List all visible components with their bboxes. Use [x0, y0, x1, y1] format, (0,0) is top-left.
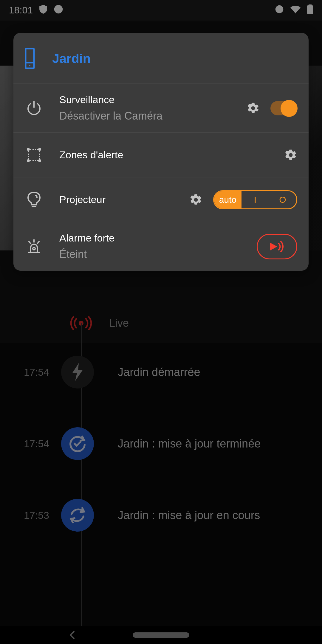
svg-rect-26 [39, 154, 40, 155]
surveillance-toggle[interactable] [270, 101, 297, 115]
sync-check-icon [61, 427, 94, 460]
svg-point-31 [33, 247, 35, 250]
event-label: Jardin démarrée [118, 366, 200, 379]
surveillance-row: Surveillance Désactiver la Caméra [13, 83, 309, 132]
svg-rect-28 [39, 158, 40, 160]
camera-settings-panel: Jardin Surveillance Désactiver la Caméra [13, 33, 309, 271]
status-bar: 18:01 [0, 0, 322, 21]
alert-zones-row[interactable]: Zones d'alerte [13, 132, 309, 177]
surveillance-settings-button[interactable] [247, 102, 260, 115]
event-time: 17:54 [0, 366, 49, 378]
projector-settings-button[interactable] [189, 193, 202, 206]
alert-zones-settings-button[interactable] [284, 148, 297, 162]
alert-zones-title: Zones d'alerte [59, 149, 284, 161]
svg-rect-16 [37, 149, 38, 150]
svg-point-8 [29, 65, 30, 66]
svg-rect-21 [28, 151, 29, 152]
svg-rect-14 [32, 149, 34, 150]
svg-rect-27 [39, 156, 40, 157]
projector-mode-off[interactable]: O [269, 191, 296, 208]
zone-icon [25, 148, 43, 162]
svg-line-33 [29, 242, 30, 243]
svg-rect-17 [30, 160, 31, 161]
shield-icon [39, 5, 47, 16]
svg-point-12 [38, 159, 41, 162]
event-label: Jardin : mise à jour terminée [118, 437, 261, 450]
svg-rect-15 [35, 149, 36, 150]
svg-rect-24 [28, 158, 29, 160]
sync-icon [61, 499, 94, 532]
svg-rect-22 [28, 154, 29, 155]
svg-rect-18 [32, 160, 34, 161]
alarm-subtitle: Éteint [59, 248, 257, 261]
alarm-title: Alarme forte [59, 232, 257, 244]
surveillance-subtitle: Désactiver la Caméra [59, 110, 247, 122]
update-icon [54, 4, 63, 16]
event-time: 17:53 [0, 510, 49, 521]
svg-rect-23 [28, 156, 29, 157]
home-pill[interactable] [133, 632, 189, 638]
back-icon[interactable] [69, 630, 76, 641]
svg-point-10 [38, 148, 41, 151]
projector-title: Projecteur [59, 194, 189, 205]
timeline-event[interactable]: 17:54 Jardin démarrée [0, 336, 322, 408]
projector-mode-on[interactable]: I [242, 191, 269, 208]
battery-icon [307, 4, 313, 16]
svg-rect-25 [39, 151, 40, 152]
svg-line-34 [38, 242, 39, 243]
power-icon [25, 100, 43, 116]
wifi-icon [290, 5, 301, 16]
projector-row: Projecteur auto I O [13, 177, 309, 222]
siren-icon [25, 239, 43, 255]
system-nav-bar [0, 626, 322, 644]
bolt-icon [61, 356, 94, 388]
timeline-event[interactable]: 17:54 Jardin : mise à jour terminée [0, 408, 322, 479]
svg-rect-13 [30, 149, 31, 150]
projector-mode-auto[interactable]: auto [214, 191, 242, 208]
event-time: 17:54 [0, 438, 49, 450]
timeline-event[interactable]: 17:53 Jardin : mise à jour en cours [0, 479, 322, 551]
svg-rect-20 [37, 160, 38, 161]
surveillance-title: Surveillance [59, 94, 247, 106]
dnd-icon [275, 5, 284, 16]
timeline-live-row[interactable]: Live [0, 310, 322, 336]
svg-rect-4 [309, 4, 311, 6]
svg-rect-19 [35, 160, 36, 161]
panel-title: Jardin [52, 51, 91, 66]
alarm-row: Alarme forte Éteint [13, 222, 309, 271]
svg-point-9 [27, 148, 30, 151]
live-label: Live [109, 317, 129, 329]
svg-point-11 [27, 159, 30, 162]
projector-mode-segmented[interactable]: auto I O [213, 190, 297, 209]
status-time: 18:01 [9, 5, 33, 16]
alarm-trigger-button[interactable] [257, 234, 297, 259]
bulb-icon [25, 191, 43, 208]
panel-header[interactable]: Jardin [13, 33, 309, 83]
timeline: Live 17:54 Jardin démarrée 17:54 Jardin … [0, 310, 322, 626]
event-label: Jardin : mise à jour en cours [118, 509, 260, 522]
camera-device-icon [25, 48, 35, 69]
